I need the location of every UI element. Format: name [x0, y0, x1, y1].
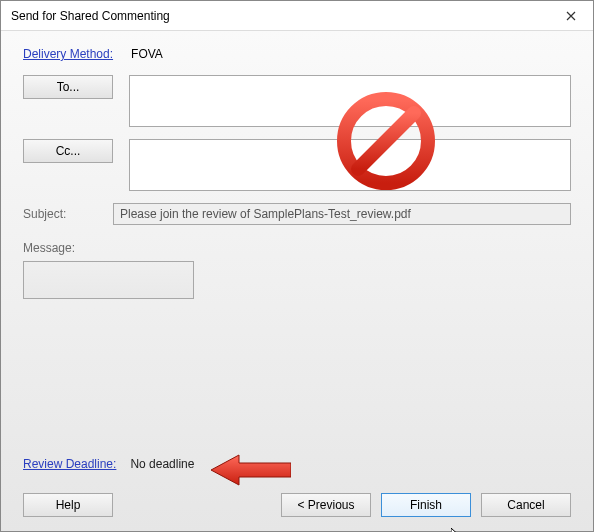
subject-row: Subject: — [23, 203, 571, 225]
help-button[interactable]: Help — [23, 493, 113, 517]
delivery-method-link[interactable]: Delivery Method: — [23, 47, 113, 61]
previous-button[interactable]: < Previous — [281, 493, 371, 517]
close-icon — [566, 8, 576, 24]
review-deadline-link[interactable]: Review Deadline: — [23, 457, 116, 471]
button-row: Help < Previous Finish Cancel — [23, 493, 571, 517]
dialog-window: Send for Shared Commenting Delivery Meth… — [0, 0, 594, 532]
finish-button[interactable]: Finish — [381, 493, 471, 517]
cancel-button[interactable]: Cancel — [481, 493, 571, 517]
dialog-body: Delivery Method: FOVA To... Cc... Subjec… — [1, 31, 593, 531]
cc-row: Cc... — [23, 139, 571, 191]
svg-marker-3 — [451, 528, 463, 532]
spacer — [23, 305, 571, 457]
cc-field[interactable] — [129, 139, 571, 191]
titlebar: Send for Shared Commenting — [1, 1, 593, 31]
message-label: Message: — [23, 237, 113, 255]
delivery-row: Delivery Method: FOVA — [23, 47, 571, 61]
to-row: To... — [23, 75, 571, 127]
cursor-icon — [451, 528, 467, 532]
delivery-method-value: FOVA — [131, 47, 163, 61]
cc-button[interactable]: Cc... — [23, 139, 113, 163]
message-field[interactable] — [23, 261, 194, 299]
subject-field — [113, 203, 571, 225]
window-title: Send for Shared Commenting — [11, 9, 548, 23]
message-row: Message: — [23, 237, 571, 299]
review-deadline-value: No deadline — [130, 457, 194, 471]
to-button[interactable]: To... — [23, 75, 113, 99]
deadline-row: Review Deadline: No deadline — [23, 457, 571, 471]
subject-label: Subject: — [23, 203, 113, 221]
close-button[interactable] — [548, 1, 593, 31]
to-field[interactable] — [129, 75, 571, 127]
